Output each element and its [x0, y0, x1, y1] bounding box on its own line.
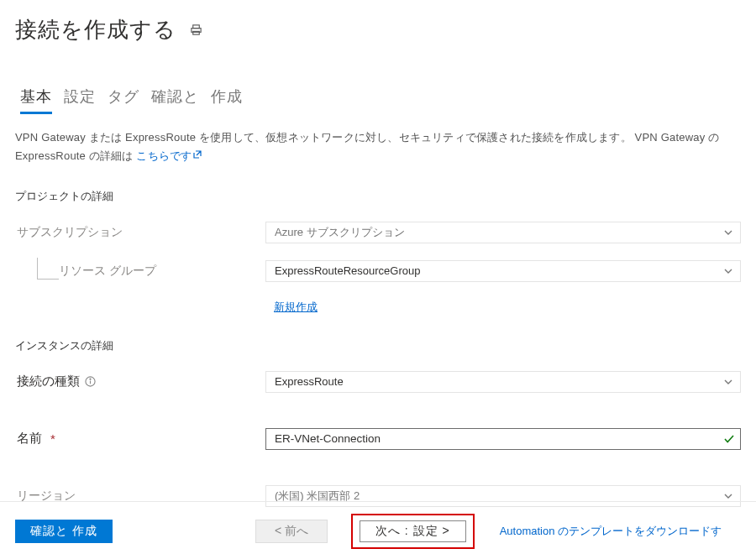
automation-template-link[interactable]: Automation のテンプレートをダウンロードす — [500, 524, 722, 539]
name-label: 名前 * — [15, 431, 265, 447]
chevron-down-icon — [723, 377, 733, 387]
description-link[interactable]: こちらです — [136, 149, 202, 162]
subscription-select[interactable]: Azure サブスクリプション — [265, 222, 741, 243]
name-input-wrap — [265, 428, 741, 450]
tab-review[interactable]: 確認と — [151, 86, 199, 114]
connection-type-select[interactable]: ExpressRoute — [265, 371, 741, 393]
tab-tags[interactable]: タグ — [108, 86, 139, 114]
svg-point-5 — [90, 379, 91, 379]
connection-type-value: ExpressRoute — [275, 375, 344, 388]
tab-basic[interactable]: 基本 — [20, 86, 52, 114]
region-select[interactable]: (米国) 米国西部 2 — [265, 485, 741, 507]
review-create-button[interactable]: 確認と 作成 — [15, 520, 113, 543]
instance-section-title: インスタンスの詳細 — [15, 338, 741, 353]
description-link-text: こちらです — [136, 149, 192, 162]
description-prefix: VPN Gateway または ExpressRoute を使用して、仮想ネット… — [15, 131, 632, 144]
resource-group-select[interactable]: ExpressRouteResourceGroup — [265, 260, 741, 282]
name-label-text: 名前 — [17, 431, 42, 447]
next-button-highlight: 次へ : 設定 > — [351, 514, 475, 549]
subscription-value: Azure サブスクリプション — [275, 225, 405, 240]
subscription-label: サブスクリプション — [15, 225, 265, 240]
external-link-icon — [193, 147, 202, 165]
chevron-down-icon — [723, 227, 733, 238]
check-icon — [723, 433, 735, 445]
indent-connector — [37, 258, 59, 280]
resource-group-value: ExpressRouteResourceGroup — [275, 264, 420, 277]
required-asterisk: * — [50, 431, 55, 446]
name-input[interactable] — [275, 432, 718, 445]
tabs: 基本 設定 タグ 確認と 作成 — [15, 86, 741, 114]
print-icon[interactable] — [190, 24, 202, 36]
next-button[interactable]: 次へ : 設定 > — [360, 520, 466, 542]
tab-create-suffix: 作成 — [211, 86, 243, 114]
new-resource-group-link[interactable]: 新規作成 — [274, 300, 318, 315]
chevron-down-icon — [723, 266, 733, 276]
previous-button[interactable]: < 前へ — [255, 520, 328, 543]
chevron-down-icon — [723, 491, 733, 501]
info-icon[interactable] — [85, 376, 96, 387]
connection-type-label: 接続の種類 — [15, 374, 265, 389]
description-text: VPN Gateway または ExpressRoute を使用して、仮想ネット… — [15, 129, 741, 165]
page-title: 接続を作成する — [15, 15, 176, 44]
tab-settings[interactable]: 設定 — [64, 86, 96, 114]
footer-separator — [0, 501, 756, 502]
connection-type-label-text: 接続の種類 — [17, 374, 80, 389]
project-section-title: プロジェクトの詳細 — [15, 189, 741, 204]
footer-bar: 確認と 作成 < 前へ 次へ : 設定 > Automation のテンプレート… — [0, 509, 756, 554]
